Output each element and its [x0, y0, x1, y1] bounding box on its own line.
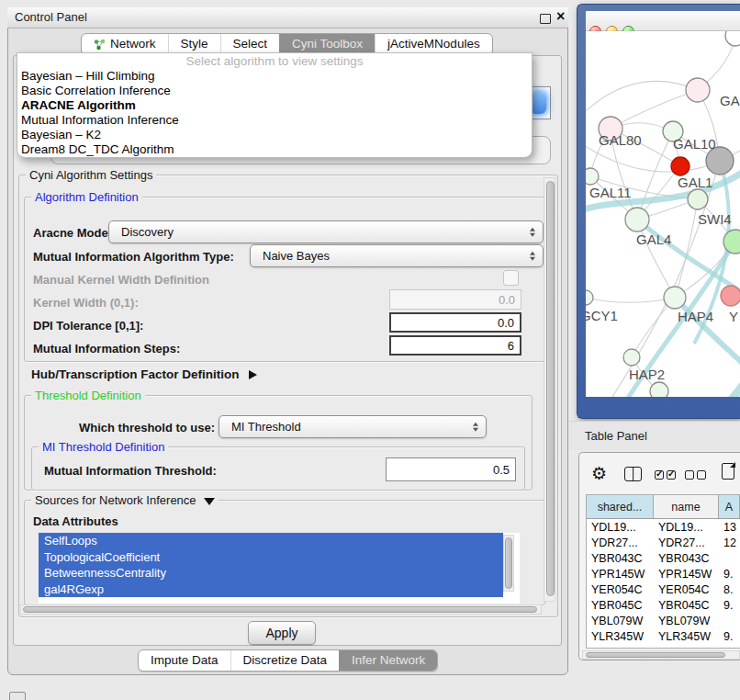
table-row[interactable]: YLR345WYLR345W9. — [587, 628, 740, 644]
table-cell: 9. — [719, 568, 740, 581]
network-node[interactable] — [625, 208, 649, 231]
node-label-gcy1: GCY1 — [586, 308, 618, 323]
table-cell: YER054C — [654, 583, 719, 596]
mi-steps-field[interactable]: 6 — [389, 335, 521, 356]
table-horizontal-scrollbar-thumb[interactable] — [586, 652, 725, 658]
network-node[interactable] — [586, 290, 593, 305]
which-threshold-combobox[interactable]: MI Threshold — [219, 415, 487, 438]
tab-label: Style — [181, 34, 208, 54]
algorithm-definition-title: Algorithm Definition — [31, 190, 142, 204]
table-cell: YBR045C — [654, 599, 719, 612]
checked-checkbox-icon[interactable] — [667, 470, 676, 480]
dropdown-item-bayesian-hill-climbing[interactable]: Bayesian – Hill Climbing — [17, 69, 532, 84]
table-row[interactable]: YPR145WYPR145W9. — [587, 566, 740, 581]
tab-impute-data[interactable]: Impute Data — [139, 650, 230, 671]
table-row[interactable]: YDL19...YDL19...13 — [587, 519, 740, 535]
tab-network[interactable]: Network — [82, 34, 168, 54]
table-cell: YDR27... — [654, 536, 719, 549]
tab-label: Discretize Data — [243, 650, 328, 671]
unchecked-checkbox-icon[interactable] — [697, 470, 706, 480]
table-row[interactable]: YBR045CYBR045C9. — [587, 597, 740, 613]
unchecked-checkbox-icon[interactable] — [685, 470, 694, 480]
dropdown-item-basic-correlation-inference[interactable]: Basic Correlation Inference — [17, 84, 532, 98]
gear-icon[interactable]: ⚙ — [591, 465, 607, 482]
dropdown-placeholder: Select algorithm to view settings — [17, 54, 532, 69]
threshold-definition-title: Threshold Definition — [31, 389, 145, 402]
tab-jactivemnodules[interactable]: jActiveMNodules — [375, 34, 492, 54]
attribute-item-topologicalcoefficient[interactable]: TopologicalCoefficient — [39, 549, 503, 566]
settings-vertical-scrollbar-thumb[interactable] — [546, 181, 555, 596]
attribute-item-gal4rgexp[interactable]: gal4RGexp — [39, 581, 503, 598]
network-node[interactable] — [664, 287, 686, 309]
table-cell: YLR345W — [587, 630, 654, 643]
algorithm-dropdown-popup: Select algorithm to view settings Bayesi… — [17, 52, 533, 158]
network-node[interactable] — [623, 349, 640, 366]
table-row[interactable]: YBR043CYBR043C — [587, 550, 740, 566]
close-icon[interactable]: × — [556, 8, 565, 25]
network-edge[interactable] — [586, 298, 675, 302]
attribute-list-scrollbar-thumb[interactable] — [505, 537, 512, 589]
network-node[interactable] — [586, 168, 599, 185]
table-cell: YER054C — [587, 583, 654, 596]
node-label-gal11: GAL11 — [589, 185, 632, 200]
network-node[interactable] — [686, 78, 710, 102]
node-label-gal1: GAL1 — [678, 175, 712, 190]
column-header-shared[interactable]: shared... — [587, 495, 654, 518]
tab-cyni-toolbox[interactable]: Cyni Toolbox — [279, 34, 375, 54]
table-cell: YDL19... — [654, 521, 719, 534]
dpi-tolerance-label: DPI Tolerance [0,1]: — [33, 319, 143, 333]
table-row[interactable]: YDR27...YDR27...12 — [587, 535, 740, 550]
apply-button[interactable]: Apply — [248, 621, 316, 645]
network-icon — [94, 39, 106, 51]
tab-style[interactable]: Style — [168, 34, 220, 54]
attribute-item-betweennesscentrality[interactable]: BetweennessCentrality — [39, 565, 503, 581]
sources-title[interactable]: Sources for Network Inference — [31, 493, 219, 507]
cyni-algorithm-settings-title: Cyni Algorithm Settings — [26, 168, 156, 182]
network-node[interactable] — [688, 189, 708, 209]
table-cell: YLR345W — [654, 630, 719, 643]
checked-checkbox-icon[interactable] — [655, 470, 664, 480]
mi-threshold-field[interactable]: 0.5 — [386, 457, 516, 481]
hub-definition-expander[interactable]: Hub/Transcription Factor Definition — [31, 367, 257, 381]
network-edge[interactable] — [611, 90, 698, 129]
mi-steps-label: Mutual Information Steps: — [33, 342, 180, 356]
network-node[interactable] — [721, 286, 740, 306]
tab-label: Cyni Toolbox — [292, 34, 363, 54]
dpi-tolerance-field[interactable]: 0.0 — [389, 312, 521, 333]
minimized-window-icon[interactable] — [9, 692, 26, 700]
dropdown-item-bayesian-k2[interactable]: Bayesian – K2 — [17, 128, 532, 142]
network-node[interactable] — [671, 157, 690, 175]
kernel-width-field[interactable]: 0.0 — [389, 289, 521, 310]
table-cell: 12 — [719, 536, 740, 549]
dropdown-item-aracne-algorithm[interactable]: ARACNE Algorithm — [17, 98, 532, 113]
column-header-name[interactable]: name — [654, 495, 719, 518]
network-canvas[interactable]: GALGAL80GAL10GAL1GAL11SWI4GAL4GCY1HAP4YH… — [586, 31, 740, 397]
float-window-icon[interactable] — [540, 14, 551, 24]
table-cell: YIL052C — [654, 646, 719, 649]
split-columns-icon[interactable] — [624, 467, 642, 481]
network-edge-highlighted[interactable] — [710, 357, 740, 397]
settings-horizontal-scrollbar-thumb[interactable] — [23, 606, 537, 613]
table-cell: YBL079W — [587, 615, 654, 627]
data-attributes-list: SelfLoopsTopologicalCoefficientBetweenne… — [39, 533, 520, 604]
table-cell: YBR043C — [587, 552, 654, 565]
mi-algorithm-type-combobox[interactable]: Naive Bayes — [250, 244, 544, 267]
network-node[interactable] — [725, 31, 740, 46]
network-node[interactable] — [650, 382, 668, 397]
updown-arrows-icon — [530, 227, 535, 237]
column-header-a[interactable]: A — [719, 495, 740, 518]
control-panel-titlebar: Control Panel × — [7, 7, 568, 28]
attribute-list-scrollbar — [503, 535, 514, 592]
dropdown-item-dream8-dc-tdc-algorithm[interactable]: Dream8 DC_TDC Algorithm — [17, 142, 532, 157]
attribute-item-selfloops[interactable]: SelfLoops — [39, 533, 503, 549]
aracne-mode-combobox[interactable]: Discovery — [108, 220, 544, 243]
new-table-icon[interactable] — [722, 463, 734, 480]
table-row[interactable]: YIL052CYIL052C9. — [587, 644, 740, 649]
tab-discretize-data[interactable]: Discretize Data — [230, 650, 340, 671]
manual-kernel-checkbox[interactable] — [503, 270, 519, 286]
dropdown-item-mutual-information-inference[interactable]: Mutual Information Inference — [17, 113, 532, 128]
table-row[interactable]: YER054CYER054C8. — [587, 581, 740, 597]
tab-select[interactable]: Select — [220, 34, 280, 54]
table-row[interactable]: YBL079WYBL079W — [587, 613, 740, 628]
tab-infer-network[interactable]: Infer Network — [339, 650, 437, 671]
